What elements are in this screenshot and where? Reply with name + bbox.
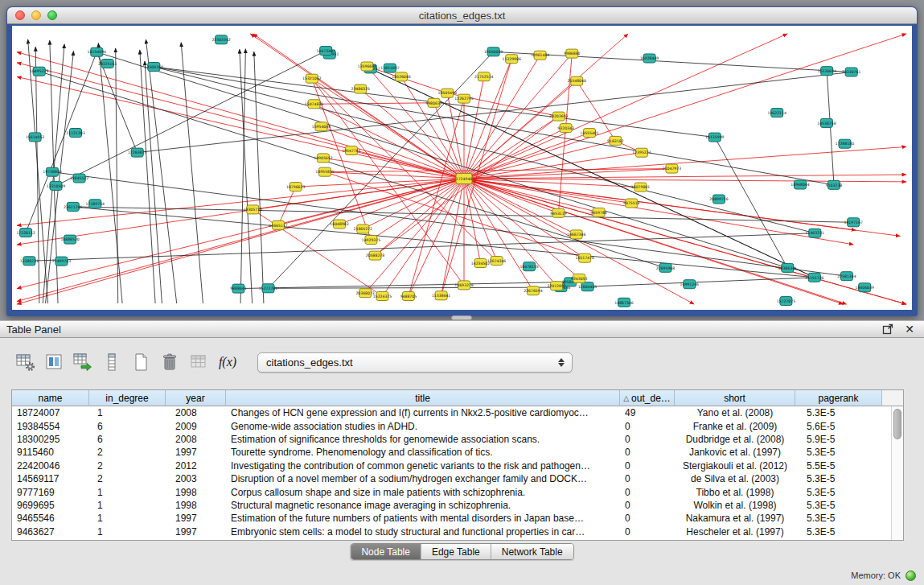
cell-in_degree[interactable]: 6 — [89, 434, 166, 445]
cell-out_degree[interactable]: 0 — [620, 500, 675, 511]
delete-table-button[interactable] — [158, 350, 182, 374]
graph-node[interactable]: 14905652 — [314, 154, 332, 163]
cell-out_degree[interactable]: 0 — [620, 473, 675, 484]
scrollbar-thumb[interactable] — [893, 409, 901, 439]
table-row[interactable]: 946362711997Embryonic stem cells: a mode… — [12, 525, 891, 538]
graph-node[interactable]: 18135999 — [705, 133, 724, 142]
graph-node[interactable]: 17288180 — [836, 139, 854, 148]
show-columns-button[interactable] — [42, 350, 66, 374]
cell-title[interactable]: Estimation of significance thresholds fo… — [226, 434, 620, 445]
graph-node[interactable]: 11463231 — [806, 229, 824, 237]
cell-short[interactable]: de Silva et al. (2003) — [675, 473, 795, 484]
cell-title[interactable]: Estimation of the future numbers of pati… — [226, 513, 620, 524]
cell-year[interactable]: 2009 — [166, 421, 226, 432]
graph-node[interactable]: 9075514 — [623, 199, 640, 208]
table-row[interactable]: 1872400712008Changes of HCN gene express… — [12, 406, 891, 419]
cell-name[interactable]: 18300295 — [12, 434, 89, 445]
cell-out_degree[interactable]: 0 — [620, 526, 675, 538]
graph-node[interactable]: 23611205 — [64, 202, 82, 211]
cell-name[interactable]: 18724007 — [12, 407, 89, 418]
cell-name[interactable]: 22420046 — [12, 460, 89, 472]
graph-node[interactable]: 23330761 — [842, 68, 860, 76]
tab-network-table[interactable]: Network Table — [491, 544, 573, 559]
table-row[interactable]: 911546021997Tourette syndrome. Phenomeno… — [12, 446, 891, 459]
graph-node[interactable]: 14197167 — [844, 218, 863, 227]
graph-node[interactable]: 15614053 — [26, 133, 44, 142]
cell-year[interactable]: 2012 — [166, 460, 226, 472]
column-header-in_degree[interactable]: in_degree — [89, 390, 166, 406]
tab-node-table[interactable]: Node Table — [351, 544, 421, 559]
cell-in_degree[interactable]: 1 — [89, 513, 166, 524]
graph-node[interactable]: 20203693 — [549, 112, 568, 121]
window-titlebar[interactable]: citations_edges.txt — [7, 7, 917, 24]
graph-node[interactable]: 15954048 — [312, 122, 331, 131]
cell-name[interactable]: 9777169 — [12, 487, 89, 498]
cell-title[interactable]: Corpus callosum shape and size in male p… — [226, 487, 620, 498]
table-row[interactable]: 977716911998Corpus callosum shape and si… — [12, 485, 891, 498]
table-row[interactable]: 946554611997Estimation of the future num… — [12, 512, 891, 525]
graph-node[interactable]: 9103238 — [826, 180, 843, 189]
cell-out_degree[interactable]: 0 — [620, 421, 675, 432]
graph-node[interactable]: 14538758 — [817, 118, 836, 127]
cell-in_degree[interactable]: 1 — [89, 487, 166, 498]
graph-node[interactable]: 21752514 — [474, 72, 493, 81]
graph-node[interactable]: 13845522 — [70, 174, 88, 183]
new-table-button[interactable] — [129, 350, 153, 374]
function-builder-button[interactable]: f(x) — [216, 350, 240, 374]
graph-node[interactable]: 19622114 — [768, 109, 786, 117]
table-row[interactable]: 1456911722003Disruption of a novel membe… — [12, 472, 891, 485]
graph-node[interactable]: 14991246 — [680, 280, 699, 289]
cell-in_degree[interactable]: 2 — [89, 447, 166, 458]
cell-year[interactable]: 1997 — [166, 513, 226, 524]
graph-node[interactable]: 15272781 — [259, 284, 277, 293]
import-table-button[interactable] — [71, 350, 95, 374]
graph-node[interactable]: 9980637 — [425, 98, 442, 107]
graph-node[interactable]: 20368073 — [355, 289, 374, 298]
cell-in_degree[interactable]: 1 — [89, 526, 166, 538]
cell-name[interactable]: 14569117 — [12, 473, 89, 484]
graph-node[interactable]: 16048983 — [330, 220, 348, 229]
close-panel-icon[interactable]: ✕ — [905, 323, 914, 335]
cell-pagerank[interactable]: 5.3E-5 — [795, 500, 882, 511]
cell-year[interactable]: 1998 — [166, 487, 226, 498]
cell-name[interactable]: 9465546 — [12, 513, 89, 524]
cell-out_degree[interactable]: 0 — [620, 447, 675, 458]
graph-node[interactable]: 22581344 — [837, 272, 856, 281]
tab-edge-table[interactable]: Edge Table — [421, 544, 491, 559]
cell-name[interactable]: 9115460 — [12, 447, 89, 458]
graph-node[interactable]: 14888520 — [60, 235, 79, 244]
cell-pagerank[interactable]: 5.3E-5 — [795, 513, 882, 524]
vertical-scrollbar[interactable] — [891, 406, 903, 540]
cell-in_degree[interactable]: 2 — [89, 473, 166, 484]
cell-pagerank[interactable]: 5.3E-5 — [795, 526, 882, 538]
cell-name[interactable]: 19384554 — [12, 421, 89, 432]
graph-node[interactable]: 18796623 — [286, 183, 305, 192]
cell-pagerank[interactable]: 5.3E-5 — [795, 407, 882, 418]
graph-node[interactable]: 18955835 — [315, 167, 334, 176]
cell-pagerank[interactable]: 5.3E-5 — [795, 447, 882, 458]
close-window-button[interactable] — [15, 10, 25, 20]
cell-name[interactable]: 9699695 — [12, 500, 89, 511]
graph-node[interactable]: 10948044 — [791, 180, 809, 189]
cell-short[interactable]: Jankovic et al. (1997) — [675, 447, 795, 458]
graph-node[interactable]: 22695968 — [656, 263, 675, 272]
cell-short[interactable]: Yano et al. (2008) — [675, 407, 795, 418]
graph-node[interactable]: 10495378 — [30, 67, 48, 76]
cell-pagerank[interactable]: 5.9E-5 — [795, 434, 882, 445]
graph-node[interactable]: 9986880 — [564, 49, 581, 58]
graph-node[interactable]: 22499743 — [52, 257, 71, 266]
graph-node[interactable]: 11329986 — [503, 55, 521, 64]
table-row[interactable]: 1830029562008Estimation of significance … — [12, 433, 891, 446]
table-settings-button[interactable] — [13, 350, 37, 374]
cell-out_degree[interactable]: 0 — [620, 434, 675, 445]
cell-title[interactable]: Disruption of a novel member of a sodium… — [226, 473, 620, 484]
column-header-year[interactable]: year — [166, 390, 226, 406]
graph-node[interactable]: 9888641 — [230, 284, 247, 293]
cell-pagerank[interactable]: 5.3E-5 — [795, 473, 882, 484]
zoom-window-button[interactable] — [47, 10, 57, 20]
graph-node[interactable]: 13500360 — [145, 63, 163, 72]
cell-short[interactable]: Tibbo et al. (1998) — [675, 487, 795, 498]
cell-year[interactable]: 1998 — [166, 500, 226, 511]
cell-in_degree[interactable]: 2 — [89, 460, 166, 472]
cell-name[interactable]: 9463627 — [12, 526, 89, 538]
